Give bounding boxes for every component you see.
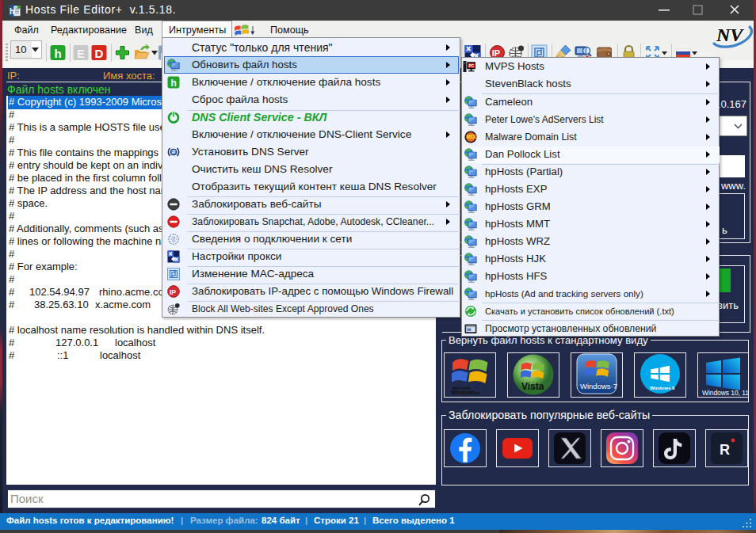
svg-text:Windows 10, 11: Windows 10, 11: [702, 389, 748, 397]
svg-text:Windows 8: Windows 8: [650, 386, 675, 390]
svg-text:Vista: Vista: [521, 381, 544, 392]
svg-text:D: D: [95, 47, 104, 60]
svg-text:NV: NV: [716, 25, 744, 45]
svg-text:E: E: [77, 47, 85, 60]
svg-text:h: h: [10, 7, 14, 16]
svg-text:Windows·7: Windows·7: [580, 382, 617, 390]
svg-text:Windowsxp: Windowsxp: [451, 390, 480, 395]
svg-text:h: h: [55, 47, 62, 60]
svg-text:R: R: [720, 442, 730, 458]
